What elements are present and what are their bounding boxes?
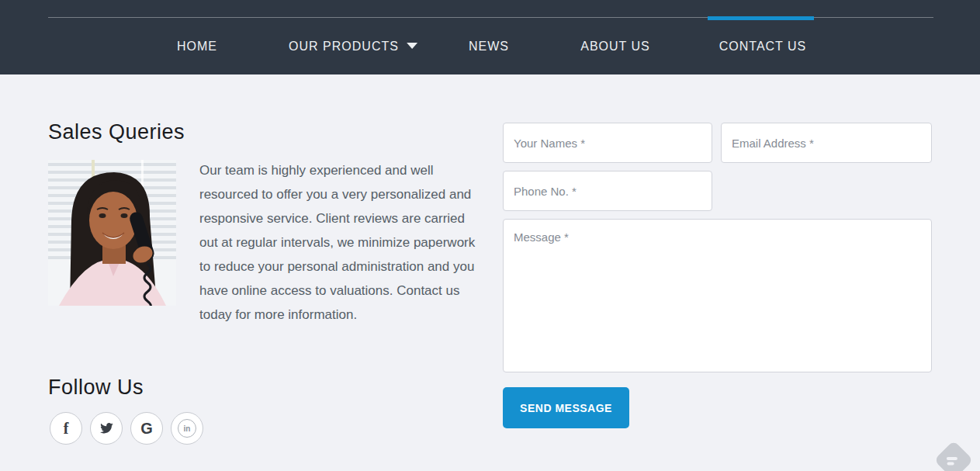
support-agent-photo (48, 160, 176, 306)
google-icon: G (140, 420, 153, 438)
google-button[interactable]: G (130, 412, 163, 445)
nav-item-our-products-label: OUR PRODUCTS (289, 40, 399, 53)
facebook-icon: f (64, 420, 69, 438)
your-names-input[interactable] (503, 123, 712, 163)
nav-item-about-us[interactable]: ABOUT US (580, 40, 650, 54)
nav-item-home[interactable]: HOME (177, 40, 217, 54)
header: HOME OUR PRODUCTS NEWS ABOUT US CONTACT … (0, 0, 980, 74)
feed-badge-bar (947, 457, 957, 460)
email-address-input[interactable] (721, 123, 932, 163)
send-message-button[interactable]: SEND MESSAGE (503, 387, 629, 428)
follow-us-title: Follow Us (48, 376, 144, 400)
page-title: Sales Queries (48, 120, 185, 144)
nav-item-news[interactable]: NEWS (469, 40, 509, 54)
feed-badge-bar (947, 462, 954, 466)
chevron-down-icon (407, 43, 417, 49)
twitter-icon (99, 421, 113, 435)
linkedin-button[interactable]: in (171, 412, 203, 445)
facebook-button[interactable]: f (50, 412, 82, 445)
message-textarea[interactable] (503, 219, 932, 372)
active-tab-indicator (708, 16, 814, 20)
phone-number-input[interactable] (503, 171, 712, 211)
nav-item-our-products[interactable]: OUR PRODUCTS (289, 40, 417, 54)
nav-item-contact-us[interactable]: CONTACT US (719, 40, 807, 54)
feed-badge-icon (934, 441, 974, 471)
sales-description: Our team is highly experienced and well … (199, 158, 485, 327)
social-links-row: f G in (50, 412, 203, 445)
linkedin-icon: in (178, 419, 196, 438)
twitter-button[interactable] (90, 412, 123, 445)
